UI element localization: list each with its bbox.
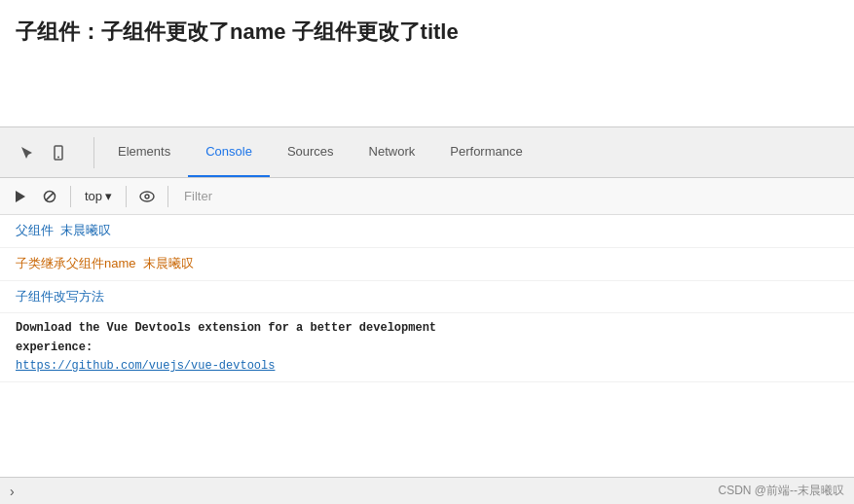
- cursor-icon[interactable]: [14, 139, 41, 166]
- svg-line-4: [46, 193, 54, 200]
- console-line-devtools: Download the Vue Devtools extension for …: [0, 313, 854, 382]
- block-button[interactable]: [37, 184, 62, 209]
- tab-elements[interactable]: Elements: [100, 127, 188, 177]
- filter-input[interactable]: [176, 187, 846, 205]
- console-output: 父组件 末晨曦叹 子类继承父组件name 末晨曦叹 子组件改写方法 Downlo…: [0, 215, 854, 477]
- toolbar-divider-3: [167, 186, 168, 207]
- bottom-bar-credit: CSDN @前端--末晨曦叹: [718, 483, 844, 499]
- console-line: 子组件改写方法: [0, 281, 854, 314]
- context-selector[interactable]: top ▾: [79, 186, 118, 206]
- page-title-area: 子组件：子组件更改了name 子组件更改了title: [0, 0, 854, 126]
- svg-point-6: [145, 195, 149, 198]
- bottom-bar-left: ›: [10, 484, 15, 499]
- console-line: 子类继承父组件name 末晨曦叹: [0, 248, 854, 281]
- tab-divider: [93, 137, 94, 168]
- console-toolbar: top ▾: [0, 178, 854, 215]
- tab-console[interactable]: Console: [188, 127, 270, 177]
- toolbar-divider: [70, 186, 71, 207]
- tab-sources[interactable]: Sources: [270, 127, 352, 177]
- arrow-right-icon: ›: [10, 484, 15, 499]
- svg-marker-2: [16, 191, 25, 202]
- chevron-down-icon: ▾: [105, 189, 112, 203]
- svg-point-5: [140, 192, 154, 201]
- tab-network[interactable]: Network: [352, 127, 433, 177]
- tab-icon-group: [6, 139, 80, 166]
- console-line: 父组件 末晨曦叹: [0, 215, 854, 248]
- tab-bar: Elements Console Sources Network Perform…: [0, 127, 854, 178]
- eye-button[interactable]: [134, 184, 160, 209]
- page-title: 子组件：子组件更改了name 子组件更改了title: [16, 18, 459, 47]
- toolbar-divider-2: [126, 186, 127, 207]
- mobile-icon[interactable]: [45, 139, 72, 166]
- play-button[interactable]: [8, 184, 33, 209]
- devtools-link[interactable]: https://github.com/vuejs/vue-devtools: [16, 359, 275, 373]
- bottom-bar: › CSDN @前端--末晨曦叹: [0, 477, 854, 504]
- tab-performance[interactable]: Performance: [432, 127, 539, 177]
- devtools-panel: Elements Console Sources Network Perform…: [0, 126, 854, 504]
